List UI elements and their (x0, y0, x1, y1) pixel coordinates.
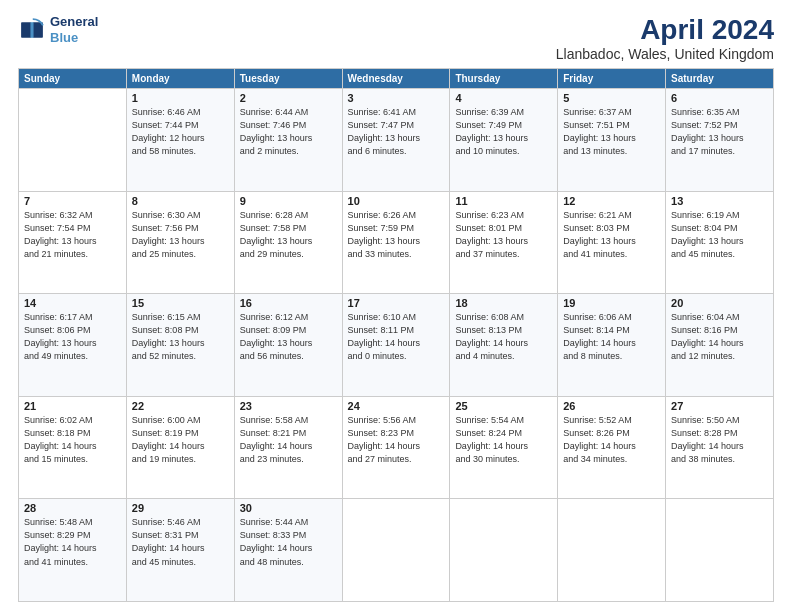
day-info: Sunrise: 6:15 AMSunset: 8:08 PMDaylight:… (132, 311, 229, 363)
day-info: Sunrise: 6:28 AMSunset: 7:58 PMDaylight:… (240, 209, 337, 261)
day-number: 10 (348, 195, 445, 207)
day-cell: 22Sunrise: 6:00 AMSunset: 8:19 PMDayligh… (126, 396, 234, 499)
day-info: Sunrise: 6:00 AMSunset: 8:19 PMDaylight:… (132, 414, 229, 466)
day-info: Sunrise: 6:21 AMSunset: 8:03 PMDaylight:… (563, 209, 660, 261)
day-number: 6 (671, 92, 768, 104)
day-info: Sunrise: 6:30 AMSunset: 7:56 PMDaylight:… (132, 209, 229, 261)
day-number: 12 (563, 195, 660, 207)
day-number: 4 (455, 92, 552, 104)
day-info: Sunrise: 5:54 AMSunset: 8:24 PMDaylight:… (455, 414, 552, 466)
day-number: 3 (348, 92, 445, 104)
day-number: 30 (240, 502, 337, 514)
day-cell: 3Sunrise: 6:41 AMSunset: 7:47 PMDaylight… (342, 89, 450, 192)
day-info: Sunrise: 6:44 AMSunset: 7:46 PMDaylight:… (240, 106, 337, 158)
header: General Blue April 2024 Llanbadoc, Wales… (18, 14, 774, 62)
day-number: 5 (563, 92, 660, 104)
day-info: Sunrise: 6:06 AMSunset: 8:14 PMDaylight:… (563, 311, 660, 363)
day-cell: 29Sunrise: 5:46 AMSunset: 8:31 PMDayligh… (126, 499, 234, 602)
day-info: Sunrise: 6:37 AMSunset: 7:51 PMDaylight:… (563, 106, 660, 158)
day-number: 28 (24, 502, 121, 514)
day-number: 23 (240, 400, 337, 412)
day-info: Sunrise: 6:10 AMSunset: 8:11 PMDaylight:… (348, 311, 445, 363)
week-row-4: 21Sunrise: 6:02 AMSunset: 8:18 PMDayligh… (19, 396, 774, 499)
logo-text: General Blue (50, 14, 98, 45)
day-number: 24 (348, 400, 445, 412)
day-cell: 1Sunrise: 6:46 AMSunset: 7:44 PMDaylight… (126, 89, 234, 192)
day-info: Sunrise: 5:46 AMSunset: 8:31 PMDaylight:… (132, 516, 229, 568)
day-number: 29 (132, 502, 229, 514)
day-number: 20 (671, 297, 768, 309)
day-number: 21 (24, 400, 121, 412)
week-row-1: 1Sunrise: 6:46 AMSunset: 7:44 PMDaylight… (19, 89, 774, 192)
day-cell: 8Sunrise: 6:30 AMSunset: 7:56 PMDaylight… (126, 191, 234, 294)
day-cell: 6Sunrise: 6:35 AMSunset: 7:52 PMDaylight… (666, 89, 774, 192)
day-info: Sunrise: 6:08 AMSunset: 8:13 PMDaylight:… (455, 311, 552, 363)
day-info: Sunrise: 5:44 AMSunset: 8:33 PMDaylight:… (240, 516, 337, 568)
day-cell: 4Sunrise: 6:39 AMSunset: 7:49 PMDaylight… (450, 89, 558, 192)
day-cell: 20Sunrise: 6:04 AMSunset: 8:16 PMDayligh… (666, 294, 774, 397)
day-number: 18 (455, 297, 552, 309)
day-info: Sunrise: 5:50 AMSunset: 8:28 PMDaylight:… (671, 414, 768, 466)
week-row-3: 14Sunrise: 6:17 AMSunset: 8:06 PMDayligh… (19, 294, 774, 397)
day-info: Sunrise: 5:52 AMSunset: 8:26 PMDaylight:… (563, 414, 660, 466)
day-cell: 10Sunrise: 6:26 AMSunset: 7:59 PMDayligh… (342, 191, 450, 294)
logo-icon (18, 16, 46, 44)
day-cell: 26Sunrise: 5:52 AMSunset: 8:26 PMDayligh… (558, 396, 666, 499)
day-cell: 7Sunrise: 6:32 AMSunset: 7:54 PMDaylight… (19, 191, 127, 294)
day-cell: 12Sunrise: 6:21 AMSunset: 8:03 PMDayligh… (558, 191, 666, 294)
day-number: 27 (671, 400, 768, 412)
day-cell: 11Sunrise: 6:23 AMSunset: 8:01 PMDayligh… (450, 191, 558, 294)
day-number: 25 (455, 400, 552, 412)
calendar-header: SundayMondayTuesdayWednesdayThursdayFrid… (19, 69, 774, 89)
day-number: 1 (132, 92, 229, 104)
day-info: Sunrise: 6:23 AMSunset: 8:01 PMDaylight:… (455, 209, 552, 261)
main-title: April 2024 (556, 14, 774, 46)
calendar-table: SundayMondayTuesdayWednesdayThursdayFrid… (18, 68, 774, 602)
day-cell (450, 499, 558, 602)
day-info: Sunrise: 5:48 AMSunset: 8:29 PMDaylight:… (24, 516, 121, 568)
calendar-body: 1Sunrise: 6:46 AMSunset: 7:44 PMDaylight… (19, 89, 774, 602)
day-cell: 30Sunrise: 5:44 AMSunset: 8:33 PMDayligh… (234, 499, 342, 602)
day-info: Sunrise: 6:02 AMSunset: 8:18 PMDaylight:… (24, 414, 121, 466)
day-cell: 21Sunrise: 6:02 AMSunset: 8:18 PMDayligh… (19, 396, 127, 499)
day-number: 9 (240, 195, 337, 207)
day-info: Sunrise: 6:04 AMSunset: 8:16 PMDaylight:… (671, 311, 768, 363)
header-cell-wednesday: Wednesday (342, 69, 450, 89)
day-info: Sunrise: 6:26 AMSunset: 7:59 PMDaylight:… (348, 209, 445, 261)
day-number: 2 (240, 92, 337, 104)
day-number: 26 (563, 400, 660, 412)
day-cell: 27Sunrise: 5:50 AMSunset: 8:28 PMDayligh… (666, 396, 774, 499)
logo-line1: General (50, 14, 98, 30)
week-row-2: 7Sunrise: 6:32 AMSunset: 7:54 PMDaylight… (19, 191, 774, 294)
header-cell-saturday: Saturday (666, 69, 774, 89)
day-info: Sunrise: 6:17 AMSunset: 8:06 PMDaylight:… (24, 311, 121, 363)
title-block: April 2024 Llanbadoc, Wales, United King… (556, 14, 774, 62)
day-info: Sunrise: 6:19 AMSunset: 8:04 PMDaylight:… (671, 209, 768, 261)
header-cell-friday: Friday (558, 69, 666, 89)
day-info: Sunrise: 6:32 AMSunset: 7:54 PMDaylight:… (24, 209, 121, 261)
day-cell: 19Sunrise: 6:06 AMSunset: 8:14 PMDayligh… (558, 294, 666, 397)
week-row-5: 28Sunrise: 5:48 AMSunset: 8:29 PMDayligh… (19, 499, 774, 602)
day-cell: 16Sunrise: 6:12 AMSunset: 8:09 PMDayligh… (234, 294, 342, 397)
day-cell: 14Sunrise: 6:17 AMSunset: 8:06 PMDayligh… (19, 294, 127, 397)
day-info: Sunrise: 6:12 AMSunset: 8:09 PMDaylight:… (240, 311, 337, 363)
day-info: Sunrise: 6:39 AMSunset: 7:49 PMDaylight:… (455, 106, 552, 158)
day-info: Sunrise: 5:56 AMSunset: 8:23 PMDaylight:… (348, 414, 445, 466)
logo-line2: Blue (50, 30, 78, 45)
day-number: 14 (24, 297, 121, 309)
day-cell: 24Sunrise: 5:56 AMSunset: 8:23 PMDayligh… (342, 396, 450, 499)
day-number: 22 (132, 400, 229, 412)
day-cell (558, 499, 666, 602)
day-cell (342, 499, 450, 602)
day-info: Sunrise: 5:58 AMSunset: 8:21 PMDaylight:… (240, 414, 337, 466)
day-number: 8 (132, 195, 229, 207)
day-cell: 18Sunrise: 6:08 AMSunset: 8:13 PMDayligh… (450, 294, 558, 397)
day-number: 19 (563, 297, 660, 309)
day-cell (666, 499, 774, 602)
day-cell: 23Sunrise: 5:58 AMSunset: 8:21 PMDayligh… (234, 396, 342, 499)
header-cell-monday: Monday (126, 69, 234, 89)
day-cell: 17Sunrise: 6:10 AMSunset: 8:11 PMDayligh… (342, 294, 450, 397)
day-cell: 13Sunrise: 6:19 AMSunset: 8:04 PMDayligh… (666, 191, 774, 294)
day-number: 15 (132, 297, 229, 309)
day-cell: 9Sunrise: 6:28 AMSunset: 7:58 PMDaylight… (234, 191, 342, 294)
